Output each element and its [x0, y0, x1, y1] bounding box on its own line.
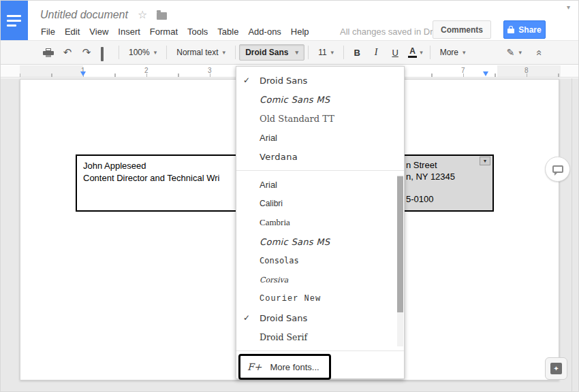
toolbar-right-group: ✎ ▾ »: [501, 44, 547, 61]
redo-button[interactable]: ↷: [78, 44, 95, 61]
font-option-droid-serif[interactable]: Droid Serif: [236, 327, 404, 346]
menu-insert[interactable]: Insert: [113, 24, 145, 39]
table-text-city: n, NY 12345: [406, 172, 455, 182]
table-text-phone: 5-0100: [406, 194, 433, 204]
undo-button[interactable]: ↶: [59, 44, 76, 61]
chevron-down-icon: ▾: [331, 49, 334, 56]
ruler-number: 7: [461, 67, 465, 74]
underline-button[interactable]: U: [386, 44, 404, 61]
share-button[interactable]: Share: [503, 20, 546, 39]
menu-format[interactable]: Format: [145, 24, 183, 39]
chevron-down-icon: ▾: [420, 49, 423, 56]
font-option-corsiva[interactable]: Corsiva: [236, 270, 404, 289]
folder-icon[interactable]: [157, 12, 167, 20]
font-option-droid-sans[interactable]: ✓Droid Sans: [236, 308, 404, 327]
chevron-down-icon: ▾: [154, 49, 157, 56]
paragraph-style-dropdown[interactable]: Normal text ▾: [170, 44, 232, 61]
font-option-label: Comic Sans MS: [260, 95, 330, 105]
menu-file[interactable]: File: [36, 24, 60, 39]
bold-button[interactable]: B: [348, 44, 366, 61]
document-title[interactable]: Untitled document: [40, 9, 128, 21]
ruler-number: 2: [144, 67, 148, 74]
chevron-down-icon: ▾: [463, 49, 466, 56]
font-option-label: Arial: [260, 180, 277, 190]
zoom-dropdown[interactable]: 100% ▾: [123, 44, 163, 61]
comment-bubble-icon: [552, 165, 563, 173]
menu-scrollbar-thumb[interactable]: [397, 176, 403, 312]
font-option-verdana[interactable]: Verdana: [236, 147, 404, 166]
menu-edit[interactable]: Edit: [60, 24, 84, 39]
paragraph-style-value: Normal text: [176, 48, 218, 57]
cell-dropdown-button[interactable]: ▾: [480, 157, 490, 165]
menu-view[interactable]: View: [84, 24, 113, 39]
scrollbar-track[interactable]: [572, 78, 572, 391]
text-color-button[interactable]: A ▾: [405, 44, 426, 61]
print-button[interactable]: [40, 44, 57, 61]
more-label: More: [440, 48, 458, 57]
paint-format-button[interactable]: [97, 44, 114, 61]
toolbar-divider: [119, 46, 119, 59]
font-menu-recent-group: ✓Droid SansComic Sans MSOld Standard TTA…: [236, 71, 404, 166]
font-option-arial[interactable]: Arial: [236, 175, 404, 194]
text-color-icon: A: [408, 48, 417, 58]
menu-addons[interactable]: Add-ons: [243, 24, 285, 39]
menu-tools[interactable]: Tools: [183, 24, 213, 39]
font-option-comic-sans-ms[interactable]: Comic Sans MS: [236, 90, 404, 109]
undo-icon: ↶: [63, 46, 72, 59]
font-option-label: Verdana: [260, 152, 298, 162]
docs-addon-icon: ✦: [550, 363, 562, 374]
font-option-old-standard-tt[interactable]: Old Standard TT: [236, 109, 404, 128]
menu-bar-line: [7, 24, 16, 27]
quick-create-widget[interactable]: ✦: [545, 357, 567, 380]
chevron-down-icon[interactable]: ▾: [567, 3, 570, 11]
add-font-icon: F+: [247, 361, 262, 372]
font-option-label: Courier New: [260, 294, 321, 304]
menubar: FileEditViewInsertFormatToolsTableAdd-on…: [36, 24, 314, 39]
font-option-label: Corsiva: [260, 276, 288, 284]
toolbar-divider: [308, 46, 309, 59]
italic-button[interactable]: I: [367, 44, 385, 61]
lock-icon: [507, 26, 514, 33]
font-value: Droid Sans: [245, 48, 288, 57]
toolbar-divider: [235, 46, 236, 59]
ruler-number: 8: [525, 67, 529, 74]
font-option-courier-new[interactable]: Courier New: [236, 289, 404, 308]
more-dropdown[interactable]: More ▾: [434, 44, 472, 61]
font-option-label: Calibri: [260, 199, 283, 208]
font-size-dropdown[interactable]: 11 ▾: [312, 44, 340, 61]
collapse-toolbar-button[interactable]: »: [529, 44, 546, 61]
check-icon: ✓: [243, 313, 254, 323]
font-option-label: Consolas: [260, 256, 299, 265]
menu-divider: [236, 350, 404, 351]
font-option-comic-sans-ms[interactable]: Comic Sans MS: [236, 232, 404, 251]
more-fonts-label: More fonts...: [270, 362, 319, 372]
left-indent-marker[interactable]: [80, 71, 86, 76]
font-option-arial[interactable]: Arial: [236, 128, 404, 147]
docs-home-icon[interactable]: [1, 1, 28, 40]
font-option-label: Cambria: [260, 217, 290, 228]
font-option-droid-sans[interactable]: ✓Droid Sans: [236, 71, 404, 90]
chevron-down-icon: ▾: [223, 49, 226, 56]
more-fonts-item[interactable]: F+ More fonts...: [236, 355, 404, 378]
comment-button[interactable]: [545, 157, 570, 182]
font-option-consolas[interactable]: Consolas: [236, 251, 404, 270]
font-dropdown[interactable]: Droid Sans ▾: [239, 44, 304, 61]
star-icon[interactable]: ☆: [138, 10, 147, 20]
google-docs-window: Untitled document ☆ ▾ FileEditViewInsert…: [0, 0, 579, 392]
title-row: Untitled document ☆: [40, 6, 167, 24]
comments-button[interactable]: Comments: [433, 20, 491, 39]
paint-format-icon: [101, 48, 110, 57]
font-option-label: Droid Serif: [260, 332, 307, 342]
toolbar-divider: [166, 46, 167, 59]
menu-table[interactable]: Table: [213, 24, 243, 39]
font-option-calibri[interactable]: Calibri: [236, 194, 404, 213]
toolbar: ↶ ↷ 100% ▾ Normal text ▾ Droid Sans ▾ 11…: [1, 40, 578, 65]
ruler-number: 3: [208, 67, 212, 74]
editing-mode-dropdown[interactable]: ✎ ▾: [501, 44, 528, 61]
double-chevron-up-icon: »: [532, 50, 544, 55]
font-option-label: Arial: [260, 133, 277, 143]
right-indent-marker[interactable]: [483, 71, 488, 76]
font-option-cambria[interactable]: Cambria: [236, 213, 404, 232]
zoom-value: 100%: [129, 48, 150, 57]
menu-help[interactable]: Help: [286, 24, 314, 39]
